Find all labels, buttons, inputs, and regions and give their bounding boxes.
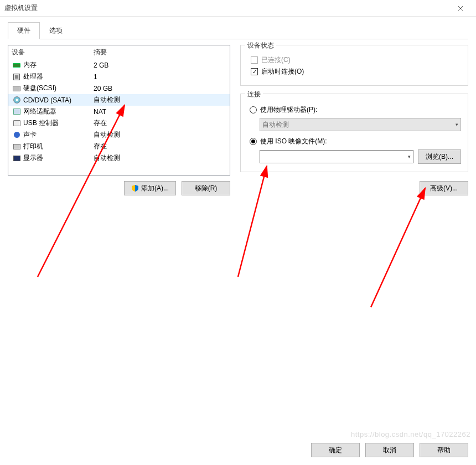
chevron-down-icon: ▾ [456,122,458,127]
device-row-cpu[interactable]: 处理器 1 [8,71,230,82]
device-label: USB 控制器 [23,118,94,128]
connected-checkbox [251,56,258,64]
printer-icon [12,142,22,151]
connection-legend: 连接 [245,90,263,99]
use-iso-label: 使用 ISO 映像文件(M): [260,137,327,146]
close-icon [458,6,463,11]
help-label: 帮助 [437,446,451,455]
device-summary: 1 [94,73,226,81]
device-status-group: 设备状态 已连接(C) 启动时连接(O) [240,45,468,86]
device-summary: 20 GB [94,85,226,92]
ok-button[interactable]: 确定 [311,443,360,457]
watermark: https://blog.csdn.net/qq_17022262 [351,430,470,438]
connect-poweron-row[interactable]: 启动时连接(O) [251,67,461,76]
device-row-memory[interactable]: 内存 2 GB [8,59,230,71]
cancel-button[interactable]: 取消 [365,443,414,457]
device-list: 设备 摘要 内存 2 GB 处理器 1 硬盘(SCSI) 20 GB [8,45,230,175]
tab-options[interactable]: 选项 [40,22,72,39]
device-label: CD/DVD (SATA) [23,96,94,104]
sound-icon [12,131,22,140]
cpu-icon [12,73,22,81]
hdd-icon [12,84,22,93]
device-label: 显示器 [23,153,94,163]
header-device: 设备 [12,48,94,57]
device-row-cddvd[interactable]: CD/DVD (SATA) 自动检测 [8,94,230,106]
connected-row: 已连接(C) [251,55,461,65]
physical-drive-value: 自动检测 [262,120,289,130]
chevron-down-icon[interactable]: ▾ [408,154,411,159]
use-physical-label: 使用物理驱动器(P): [260,105,317,115]
remove-label: 移除(R) [195,184,218,193]
tab-hardware[interactable]: 硬件 [8,22,40,39]
cd-icon [12,96,22,105]
window-title: 虚拟机设置 [4,3,449,13]
titlebar: 虚拟机设置 [0,0,476,17]
device-label: 处理器 [23,72,94,81]
device-summary: 2 GB [94,61,226,69]
display-icon [12,154,22,163]
physical-drive-combo: 自动检测 ▾ [260,118,461,131]
device-row-printer[interactable]: 打印机 存在 [8,141,230,152]
browse-label: 浏览(B)... [426,152,453,162]
ok-label: 确定 [329,446,342,455]
connection-group: 连接 使用物理驱动器(P): 自动检测 ▾ 使用 ISO 映像文件(M): [240,94,468,172]
device-row-usb[interactable]: USB 控制器 存在 [8,117,230,129]
use-physical-radio[interactable] [250,106,257,113]
cancel-label: 取消 [383,446,396,455]
help-button[interactable]: 帮助 [420,443,468,457]
header-summary: 摘要 [94,48,226,57]
connect-poweron-label: 启动时连接(O) [261,67,304,76]
use-iso-row[interactable]: 使用 ISO 映像文件(M): [250,137,461,146]
usb-icon [12,119,22,128]
add-button[interactable]: 添加(A)... [124,181,176,195]
device-status-legend: 设备状态 [245,41,276,50]
device-summary: 自动检测 [94,130,226,140]
network-icon [12,107,22,116]
device-row-network[interactable]: 网络适配器 NAT [8,106,230,117]
iso-path-combo[interactable]: ▾ [260,150,413,163]
device-row-hdd[interactable]: 硬盘(SCSI) 20 GB [8,82,230,94]
memory-icon [12,61,22,70]
device-summary: 自动检测 [94,95,226,105]
close-button[interactable] [449,1,472,16]
tabs: 硬件 选项 [8,22,468,39]
shield-icon [131,184,139,192]
device-summary: NAT [94,108,226,116]
device-summary: 存在 [94,142,226,151]
device-label: 打印机 [23,142,94,151]
device-summary: 存在 [94,118,226,128]
device-summary: 自动检测 [94,153,226,163]
connected-label: 已连接(C) [261,55,291,65]
advanced-label: 高级(V)... [430,184,458,193]
remove-button[interactable]: 移除(R) [182,181,230,195]
device-label: 网络适配器 [23,107,94,116]
device-label: 硬盘(SCSI) [23,84,94,93]
device-list-header: 设备 摘要 [8,45,230,59]
connect-poweron-checkbox[interactable] [251,68,258,75]
device-row-display[interactable]: 显示器 自动检测 [8,152,230,164]
advanced-button[interactable]: 高级(V)... [420,181,468,195]
device-label: 声卡 [23,130,94,140]
use-iso-radio[interactable] [250,138,257,145]
device-label: 内存 [23,60,94,70]
add-label: 添加(A)... [141,184,169,193]
browse-button[interactable]: 浏览(B)... [418,149,461,164]
use-physical-row[interactable]: 使用物理驱动器(P): [250,105,461,115]
device-row-sound[interactable]: 声卡 自动检测 [8,129,230,141]
